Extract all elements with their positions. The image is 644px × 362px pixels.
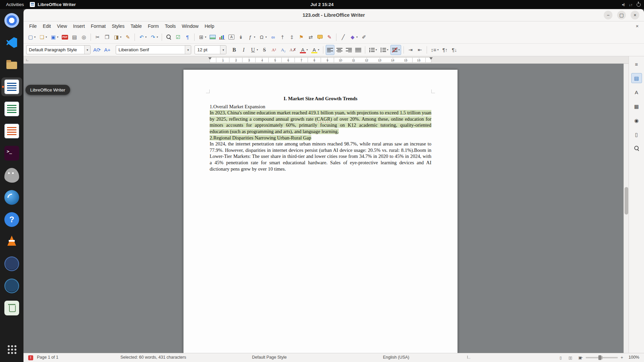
vertical-scrollbar[interactable]: [624, 64, 629, 353]
dropdown-arrow-icon[interactable]: ▾: [398, 48, 400, 51]
insert-comment-button[interactable]: [316, 32, 324, 42]
dock-item-show-applications[interactable]: [1, 340, 22, 359]
minimize-button[interactable]: −: [604, 11, 612, 19]
new-document-button[interactable]: ▢▾: [26, 32, 37, 42]
save-button[interactable]: ▣▾: [49, 32, 60, 42]
dropdown-arrow-icon[interactable]: ▾: [145, 36, 147, 39]
focused-app-indicator[interactable]: LibreOffice Writer: [30, 2, 76, 7]
paste-button[interactable]: ◨▾: [112, 32, 123, 42]
dropdown-arrow-icon[interactable]: ▾: [57, 36, 58, 39]
dropdown-arrow-icon[interactable]: ▾: [120, 36, 121, 39]
align-right-button[interactable]: [344, 45, 353, 55]
close-document-button[interactable]: ×: [634, 22, 641, 29]
dock-item-help[interactable]: [1, 210, 22, 229]
volume-muted-icon[interactable]: ◂): [622, 2, 625, 7]
spelling-button[interactable]: ☑: [174, 32, 182, 42]
zoom-out-button[interactable]: −: [580, 355, 584, 360]
dropdown-arrow-icon[interactable]: ▾: [257, 48, 258, 51]
zoom-level[interactable]: 100%: [629, 355, 639, 360]
dropdown-arrow-icon[interactable]: ▾: [356, 36, 358, 39]
dropdown-arrow-icon[interactable]: ▾: [205, 36, 206, 39]
print-button[interactable]: ▤: [70, 32, 79, 42]
horizontal-ruler[interactable]: ∟ 12345678910111213141516: [23, 56, 629, 64]
zoom-slider-thumb[interactable]: [598, 355, 601, 360]
special-character-button[interactable]: Ω▾: [257, 32, 268, 42]
copy-button[interactable]: ❐: [103, 32, 111, 42]
insert-field-button[interactable]: ƒ▾: [246, 32, 257, 42]
align-left-button[interactable]: [326, 45, 334, 55]
unordered-list-button[interactable]: ▾: [368, 45, 378, 55]
dock-item-chromium[interactable]: [1, 11, 22, 30]
ordered-list-button[interactable]: ▾: [379, 45, 390, 55]
insert-image-button[interactable]: [208, 32, 217, 42]
italic-button[interactable]: I: [239, 45, 248, 55]
highlight-color-button[interactable]: A▾: [310, 45, 321, 55]
left-indent-marker[interactable]: [208, 57, 212, 60]
sidebar-settings-button[interactable]: ≡: [631, 59, 642, 69]
undo-button[interactable]: ↶▾: [137, 32, 148, 42]
dock-item-files[interactable]: [1, 55, 22, 74]
scrollbar-thumb[interactable]: [625, 187, 628, 215]
font-name-combo[interactable]: Liberation Serif ▾: [116, 45, 191, 54]
dock-item-impress[interactable]: [1, 122, 22, 140]
gallery-deck-button[interactable]: ▦: [631, 101, 642, 111]
insert-bookmark-button[interactable]: ⚑: [297, 32, 306, 42]
menu-format[interactable]: Format: [88, 22, 109, 30]
chevron-down-icon[interactable]: ▾: [84, 46, 90, 54]
dock-item-thunderbird[interactable]: [1, 188, 22, 207]
menu-styles[interactable]: Styles: [109, 22, 127, 30]
dropdown-arrow-icon[interactable]: ▾: [437, 48, 439, 51]
insert-endnote-button[interactable]: ‡: [287, 32, 296, 42]
track-changes-button[interactable]: ✎: [325, 32, 334, 42]
misspelled-word[interactable]: CAGR: [317, 116, 330, 122]
dropdown-arrow-icon[interactable]: ▾: [157, 36, 158, 39]
insert-textbox-button[interactable]: A: [227, 32, 236, 42]
dock-item-calc[interactable]: [1, 100, 22, 118]
dock-item-gimp[interactable]: [1, 166, 22, 185]
dropdown-arrow-icon[interactable]: ▾: [387, 48, 388, 51]
dropdown-arrow-icon[interactable]: ▾: [307, 48, 308, 51]
cut-button[interactable]: ✂: [93, 32, 102, 42]
new-style-button[interactable]: A+: [103, 45, 112, 55]
document-heading[interactable]: I. Market Size And Growth Trends: [210, 96, 431, 102]
single-page-view-button[interactable]: ▯: [557, 355, 564, 361]
dock-item-vscode[interactable]: [1, 33, 22, 52]
zoom-slider-track[interactable]: [586, 357, 618, 358]
dock-item-app-2[interactable]: [1, 277, 22, 295]
font-size-combo[interactable]: 12 pt ▾: [195, 45, 226, 54]
page-deck-button[interactable]: ▯: [631, 129, 642, 139]
page-break-button[interactable]: ↡: [236, 32, 245, 42]
menu-window[interactable]: Window: [179, 22, 202, 30]
dock-item-terminal[interactable]: [1, 144, 22, 163]
decrease-paragraph-spacing-button[interactable]: ¶↓: [450, 45, 459, 55]
dropdown-arrow-icon[interactable]: ▾: [265, 36, 267, 39]
paragraph-style-value[interactable]: Default Paragraph Style: [26, 47, 84, 52]
menu-view[interactable]: View: [54, 22, 70, 30]
clone-formatting-button[interactable]: ✎: [123, 32, 132, 42]
power-icon[interactable]: [637, 3, 641, 7]
basic-shapes-button[interactable]: ◆▾: [348, 32, 359, 42]
document-paragraph-1[interactable]: In 2023, China's online education market…: [210, 110, 431, 134]
tab-stop-selector[interactable]: ∟: [25, 58, 29, 62]
multiple-page-view-button[interactable]: ▯▯: [567, 355, 574, 361]
dock-item-trash[interactable]: [1, 299, 22, 317]
title-bar[interactable]: 123.odt - LibreOffice Writer −▢×: [23, 9, 644, 21]
word-count[interactable]: Selected: 60 words, 431 characters: [120, 355, 186, 360]
document-subheading-2[interactable]: 2.Regional Disparities Narrowing Urban-R…: [210, 135, 431, 141]
maximize-button[interactable]: ▢: [617, 11, 626, 19]
paragraph-style-combo[interactable]: Default Paragraph Style ▾: [26, 45, 91, 54]
insert-line-button[interactable]: ╱: [339, 32, 347, 42]
clock[interactable]: Jul 2 15:24: [310, 2, 333, 7]
redo-button[interactable]: ↷▾: [149, 32, 159, 42]
close-button[interactable]: ×: [631, 11, 639, 19]
dropdown-arrow-icon[interactable]: ▾: [254, 36, 255, 39]
dock-item-app-1[interactable]: [1, 254, 22, 273]
export-pdf-button[interactable]: PDF: [60, 32, 69, 42]
menu-table[interactable]: Table: [127, 22, 145, 30]
increase-paragraph-spacing-button[interactable]: ¶↑: [441, 45, 449, 55]
zoom-in-button[interactable]: +: [620, 355, 624, 360]
dropdown-arrow-icon[interactable]: ▾: [376, 48, 377, 51]
menu-insert[interactable]: Insert: [70, 22, 88, 30]
strikethrough-button[interactable]: S: [260, 45, 269, 55]
font-size-value[interactable]: 12 pt: [195, 47, 220, 52]
